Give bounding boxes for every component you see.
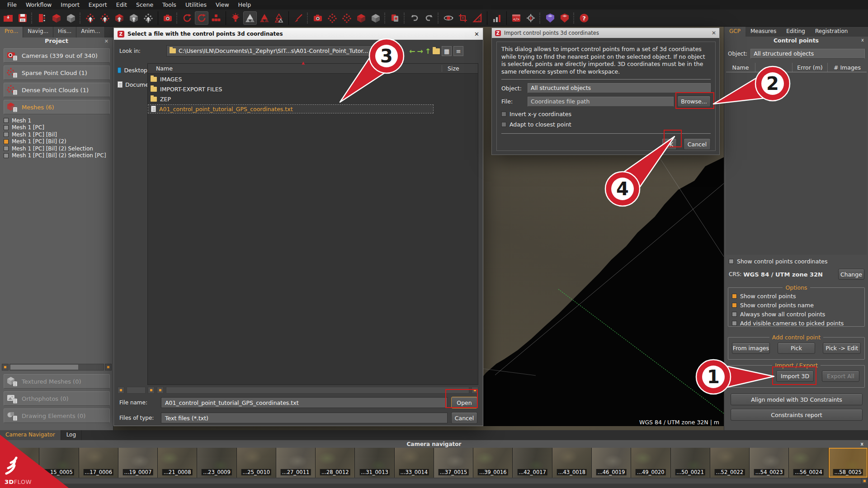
column-size[interactable]: Size [442, 65, 478, 72]
grid-view-icon[interactable]: ▦ [442, 46, 452, 56]
import-option-checkbox[interactable] [501, 112, 506, 117]
scroll-track[interactable] [127, 387, 146, 394]
option-checkbox[interactable] [732, 321, 737, 326]
control-points-table-body[interactable] [726, 72, 867, 255]
up-icon[interactable]: ↑ [425, 47, 431, 56]
files-of-type-select[interactable]: Text files (*.txt) [161, 413, 448, 423]
scroll-track[interactable] [166, 387, 469, 394]
scroll-left-button[interactable] [2, 364, 9, 371]
forward-icon[interactable]: → [417, 47, 423, 56]
mesh-list-item[interactable]: Mesh 1 [PC] [Bil] (2) Selection [PC] [4, 152, 112, 160]
tab-log[interactable]: Log [61, 430, 82, 440]
project-panel-close-icon[interactable]: ✕ [104, 38, 108, 44]
browse-button[interactable]: Browse... [677, 96, 711, 107]
import-option-checkbox[interactable] [501, 122, 506, 127]
file-list-header[interactable]: Name Size ▲ [148, 64, 478, 74]
mesh-list-item[interactable]: Mesh 1 [PC] [Bil] (2) Selection [4, 145, 112, 152]
export-all-button[interactable]: Export All [822, 371, 859, 382]
project-item-drawing[interactable]: Drawing Elements (0) [4, 408, 110, 423]
ruler-icon[interactable] [471, 11, 484, 25]
project-tab-his[interactable]: His... [53, 27, 76, 38]
option-checkbox[interactable] [732, 312, 737, 317]
tab-measures[interactable]: Measures [745, 27, 781, 37]
mesh-visibility-checkbox[interactable] [4, 153, 9, 158]
dense-view-icon[interactable] [340, 11, 354, 25]
mesh-list-item[interactable]: Mesh 1 [PC] [Bil] (2) [4, 138, 112, 145]
file-name-input[interactable]: A01_control_point_tutorial_GPS_coordinat… [161, 397, 448, 408]
camera-thumbnail[interactable]: ...17_0006 [79, 448, 118, 478]
menu-tools[interactable]: Tools [158, 1, 181, 8]
gcp-panel-close-icon[interactable]: x [861, 38, 864, 42]
photos-icon[interactable] [388, 11, 402, 25]
camera-thumbnail[interactable]: ...19_0007 [118, 448, 158, 478]
brush-icon[interactable] [292, 11, 305, 25]
project-item-sparse[interactable]: Sparse Point Cloud (1) [4, 66, 110, 80]
file-dialog-titlebar[interactable]: Z Select a file with the control points … [114, 28, 483, 40]
settings-icon[interactable] [524, 11, 538, 25]
camera-thumbnail[interactable]: ...28_0012 [316, 448, 355, 478]
import-dialog-close-icon[interactable]: ✕ [712, 30, 716, 36]
scroll-button[interactable] [472, 387, 478, 394]
tab-registration[interactable]: Registration [810, 27, 853, 37]
mesh-upload-icon[interactable] [113, 11, 126, 25]
project-item-cameras[interactable]: Cameras (339 out of 340) [4, 48, 110, 63]
orbit-icon[interactable] [442, 11, 455, 25]
scroll-button[interactable] [118, 387, 124, 394]
textured-view-icon[interactable] [369, 11, 382, 25]
scroll-button[interactable] [157, 387, 164, 394]
wireframe-mode-icon[interactable] [258, 11, 271, 25]
menu-workflow[interactable]: Workflow [21, 1, 56, 8]
align-model-button[interactable]: Align model with 3D Constraints [731, 394, 863, 405]
help-icon[interactable]: ? [577, 11, 591, 25]
constraints-report-button[interactable]: Constraints report [731, 409, 863, 421]
mesh-visibility-checkbox[interactable] [4, 146, 9, 151]
dense-upload-icon[interactable] [98, 11, 112, 25]
option-checkbox[interactable] [732, 303, 737, 308]
import-dialog-titlebar[interactable]: Z Import control points 3d coordinates ✕ [492, 28, 719, 38]
project-tab-pro[interactable]: Pro... [0, 27, 23, 38]
sparse-upload-icon[interactable] [84, 11, 97, 25]
tab-camera-navigator[interactable]: Camera Navigator [0, 430, 61, 440]
file-row[interactable]: IMPORT-EXPORT FILES [148, 84, 478, 94]
project-panel-scrollbar[interactable] [2, 364, 112, 371]
open-project-icon[interactable] [1, 11, 15, 25]
camera-select-icon[interactable] [311, 11, 325, 25]
project-item-orthophotos[interactable]: Orthophotos (0) [4, 391, 110, 406]
new-folder-icon[interactable] [433, 48, 440, 54]
menu-import[interactable]: Import [56, 1, 84, 8]
column-images[interactable]: # Images [828, 63, 867, 72]
open-button[interactable]: Open [451, 397, 477, 408]
camera-thumbnail[interactable]: ...31_0013 [355, 448, 394, 478]
project-item-dense[interactable]: Dense Point Clouds (1) [4, 83, 110, 97]
mesh-visibility-checkbox[interactable] [4, 132, 9, 137]
extract-mesh-icon[interactable] [50, 11, 63, 25]
camera-thumbnail[interactable]: ...33_0014 [395, 448, 434, 478]
camera-thumbnail[interactable]: ...56_0024 [789, 448, 828, 478]
tab-editing[interactable]: Editing [781, 27, 810, 37]
menu-view[interactable]: View [211, 1, 234, 8]
import-3d-button[interactable]: Import 3D [776, 371, 814, 382]
file-list[interactable]: Name Size ▲ IMAGESIMPORT-EXPORT FILESZEP… [147, 63, 478, 385]
file-list-scrollbars[interactable] [118, 387, 478, 394]
shaded-mode-icon[interactable] [243, 11, 257, 25]
scroll-right-button[interactable] [105, 364, 112, 371]
ok-button[interactable]: OK [661, 138, 677, 150]
scroll-button[interactable] [148, 387, 155, 394]
camera-thumbnail[interactable]: ...37_0015 [434, 448, 473, 478]
scroll-track[interactable] [1, 479, 861, 483]
camera-thumbnail[interactable]: ...52_0022 [710, 448, 750, 478]
crs-change-button[interactable]: Change [838, 269, 864, 280]
camera-tool-icon[interactable] [161, 11, 175, 25]
mesh-list-item[interactable]: Mesh 1 [PC] [Bil] [4, 131, 112, 138]
camera-navigator-scrollbar[interactable] [0, 478, 868, 484]
mesh-list-item[interactable]: Mesh 1 [4, 117, 112, 124]
keypad-icon[interactable] [209, 11, 223, 25]
mesh-visibility-checkbox[interactable] [4, 125, 9, 130]
scroll-track[interactable] [9, 364, 104, 371]
masquerade-logo-icon[interactable] [543, 11, 557, 25]
camera-thumbnail[interactable]: ...50_0021 [671, 448, 710, 478]
camera-thumbnail[interactable]: ...49_0020 [631, 448, 670, 478]
tab-gcp[interactable]: GCP [724, 27, 745, 37]
coordinates-file-input[interactable]: Coordinates file path [528, 97, 674, 107]
chart-icon[interactable] [490, 11, 504, 25]
